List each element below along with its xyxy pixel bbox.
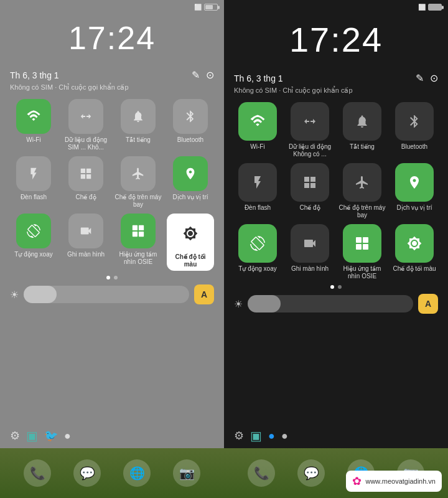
edit-icon-left[interactable]: ✎ [192,69,200,81]
twitter-icon-left[interactable]: 🐦 [44,429,58,443]
right-bottom-bar: ⚙ ▣ ● ● [224,423,448,448]
left-status-bar: ⬜ [0,0,224,13]
svg-rect-7 [363,244,368,250]
svg-rect-3 [139,232,144,237]
left-bottom-bar: ⚙ ▣ 🐦 ● [0,423,224,448]
tile-location-left[interactable]: Dịch vụ vị trí [167,156,214,209]
svg-rect-0 [133,225,138,230]
left-phone-bottom: 📞 💬 🌐 📷 [0,448,224,498]
right-clock: 17:24 [224,19,448,60]
tile-icon-location-right [395,163,434,202]
tile-label-screenrecord-right: Ghi màn hình [291,265,329,273]
circle-icon-right[interactable]: ● [268,430,275,443]
tile-icon-darkmode-right [395,224,434,263]
app-msg-left[interactable]: 💬 [73,459,101,487]
right-brightness-row: ☀ A [234,294,438,314]
dot-1-right [330,285,334,289]
brightness-slider-right[interactable] [248,295,413,312]
tile-icon-darkmode-left [173,216,208,251]
brightness-slider-left[interactable] [24,286,189,303]
tile-label-mobiledata-right: Dữ liệu di độngKhông có ... [289,143,331,158]
auto-brightness-btn-left[interactable]: A [194,284,214,304]
tile-mode-right[interactable]: Chế độ [286,163,334,219]
tile-wifi-left[interactable]: Wi-Fi [10,99,57,151]
tile-mobiledata-right[interactable]: Dữ liệu di độngKhông có ... [286,102,334,158]
settings-icon-left[interactable]: ⚙ [10,429,20,443]
tile-icon-flashlight-right [238,163,277,202]
tile-label-location-left: Dịch vụ vị trí [172,194,208,201]
tile-icon-airplane-left [121,156,156,191]
auto-brightness-btn-right[interactable]: A [418,294,438,314]
right-date: Th 6, 3 thg 1 [234,73,283,83]
tile-osie-left[interactable]: Hiệu ứng tầm nhìn OSIE [114,214,162,271]
tile-label-screenrecord-left: Ghi màn hình [67,251,105,258]
tile-label-autorotate-right: Tự động xoay [238,265,276,273]
tile-mobiledata-left[interactable]: Dữ liệu di độngSIM ... Khô... [62,99,110,151]
app-camera-left[interactable]: 📷 [173,459,200,487]
tile-icon-bluetooth-right [395,102,434,141]
tile-icon-silent-left [121,99,156,134]
tile-autorotate-right[interactable]: Tự động xoay [234,224,281,280]
tile-icon-osie-left [121,214,156,248]
tile-wifi-right[interactable]: Wi-Fi [234,102,281,158]
left-brightness-row: ☀ A [10,284,214,304]
tile-label-autorotate-left: Tự động xoay [14,251,52,258]
svg-rect-6 [356,244,362,250]
tile-flashlight-left[interactable]: Đèn flash [10,156,57,209]
brightness-icon-left: ☀ [10,289,19,301]
app-phone-right[interactable]: 📞 [248,459,275,487]
app-msg-right[interactable]: 💬 [297,459,325,487]
tile-osie-right[interactable]: Hiệu ứng tầm nhìn OSIE [338,224,386,280]
tile-icon-mobiledata-right [291,102,329,141]
tile-mode-left[interactable]: Chế độ [62,156,110,209]
tile-label-silent-left: Tắt tiếng [126,136,151,144]
tile-airplane-left[interactable]: Chế độ trên máy bay [114,156,162,209]
theme-icon-right[interactable]: ▣ [250,428,262,443]
right-date-icons: ✎ ⊙ [416,72,438,84]
svg-rect-5 [363,237,368,243]
edit-icon-right[interactable]: ✎ [416,72,424,84]
left-sim-text: Không có SIM · Chỉ cuộc gọi khẩn cấp [10,83,214,92]
tile-bluetooth-left[interactable]: Bluetooth [167,99,214,151]
brightness-fill-right [248,295,281,312]
tile-label-location-right: Dịch vụ vị trí [396,204,432,212]
app-chrome-left[interactable]: 🌐 [123,459,151,487]
tile-silent-right[interactable]: Tắt tiếng [338,102,386,158]
right-tiles-row1: Wi-Fi Dữ liệu di độngKhông có ... Tắt ti… [234,102,438,158]
tile-autorotate-left[interactable]: Tự động xoay [10,214,57,271]
right-panel: ⬜ 17:24 Th 6, 3 thg 1 ✎ ⊙ Không có SIM ·… [224,0,448,498]
tile-icon-wifi-right [238,102,277,141]
dot-2-left [114,276,118,280]
right-dots [234,285,438,289]
watermark-text: www.meovatgiadinh.vn [365,477,436,485]
tile-label-darkmode-right: Chế độ tối màu [393,265,436,273]
battery-icon-left [204,4,218,11]
tile-silent-left[interactable]: Tắt tiếng [114,99,162,151]
settings-icon-right[interactable]: ⚙ [234,429,244,443]
battery-icon-right [428,4,442,11]
camera-icon-left[interactable]: ⊙ [206,69,214,81]
tile-darkmode-left[interactable]: Chế độ tối màu [167,214,214,271]
dot-2-right [338,285,342,289]
tile-flashlight-right[interactable]: Đèn flash [234,163,281,219]
app-phone-left[interactable]: 📞 [24,459,51,487]
left-notif-panel: Th 6, 3 thg 1 ✎ ⊙ Không có SIM · Chỉ cuộ… [0,69,224,304]
tile-screenrecord-right[interactable]: Ghi màn hình [286,224,334,280]
tile-bluetooth-right[interactable]: Bluetooth [391,102,438,158]
theme-icon-left[interactable]: ▣ [26,428,38,443]
dot-1-left [106,276,110,280]
right-sim-text: Không có SIM · Chỉ cuộc gọi khẩn cấp [234,87,438,95]
right-status-bar: ⬜ [224,0,448,13]
tile-location-right[interactable]: Dịch vụ vị trí [391,163,438,219]
tile-airplane-right[interactable]: Chế độ trên máy bay [338,163,386,219]
sim-icon-left: ⬜ [194,4,202,11]
right-tiles-row3: Tự động xoay Ghi màn hình Hiệu ứng tầm n… [234,224,438,280]
left-dots [10,276,214,280]
camera-icon-right[interactable]: ⊙ [430,72,438,84]
tile-darkmode-right[interactable]: Chế độ tối màu [391,224,438,280]
tile-label-osie-left: Hiệu ứng tầm nhìn OSIE [114,251,162,266]
tile-icon-screenrecord-right [291,224,329,263]
left-date: Th 6, 3 thg 1 [10,70,59,80]
tile-label-mode-left: Chế độ [75,194,96,201]
tile-screenrecord-left[interactable]: Ghi màn hình [62,214,110,271]
